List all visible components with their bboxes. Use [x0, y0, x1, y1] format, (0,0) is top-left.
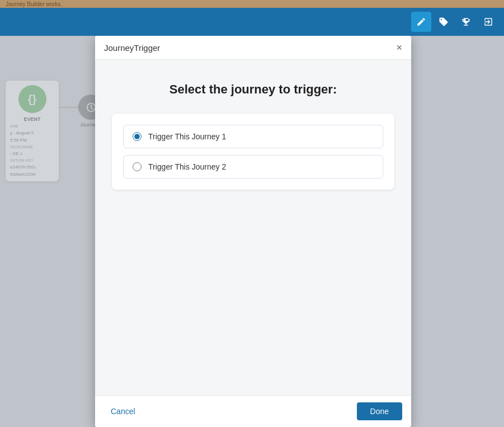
modal-dialog: JourneyTrigger × Select the journey to t… — [95, 36, 411, 427]
exit-icon-btn[interactable] — [478, 12, 498, 32]
trophy-icon-btn[interactable] — [456, 12, 476, 32]
radio-label-2: Trigger This Journey 2 — [148, 162, 226, 171]
modal-close-button[interactable]: × — [396, 43, 402, 53]
canvas-area: {} EVENT AME y - August 5 5.59 PM ISION … — [0, 36, 504, 427]
modal-overlay: JourneyTrigger × Select the journey to t… — [0, 36, 504, 427]
modal-header: JourneyTrigger × — [95, 36, 411, 60]
radio-input-1[interactable] — [133, 132, 142, 141]
tag-icon-btn[interactable] — [434, 12, 454, 32]
modal-title: JourneyTrigger — [104, 43, 160, 53]
modal-body: Select the journey to trigger: Trigger T… — [95, 60, 411, 395]
top-bar: Journey Builder works. — [0, 0, 504, 8]
edit-icon-btn[interactable] — [411, 12, 431, 32]
top-bar-text: Journey Builder works. — [6, 1, 62, 7]
radio-label-1: Trigger This Journey 1 — [148, 132, 226, 141]
options-panel: Trigger This Journey 1 Trigger This Jour… — [112, 114, 394, 190]
radio-input-2[interactable] — [133, 162, 142, 171]
modal-footer: Cancel Done — [95, 395, 411, 427]
cancel-button[interactable]: Cancel — [104, 403, 142, 419]
radio-option-2[interactable]: Trigger This Journey 2 — [123, 155, 383, 179]
done-button[interactable]: Done — [357, 402, 402, 420]
radio-option-1[interactable]: Trigger This Journey 1 — [123, 125, 383, 148]
modal-heading: Select the journey to trigger: — [112, 82, 394, 97]
nav-bar — [0, 8, 504, 36]
